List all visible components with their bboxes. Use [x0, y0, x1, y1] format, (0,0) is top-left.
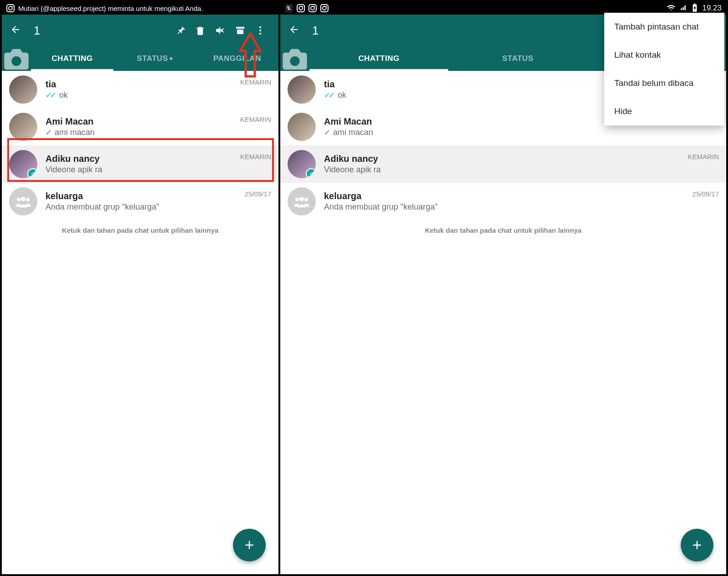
tab-status[interactable]: STATUS [448, 46, 587, 71]
svg-point-1 [259, 30, 261, 31]
camera-icon[interactable] [280, 44, 309, 73]
selection-count: 1 [34, 24, 40, 38]
chat-time: KEMARIN [688, 153, 719, 160]
bbm-icon [285, 4, 293, 12]
overflow-icon[interactable] [250, 25, 270, 36]
new-chat-fab[interactable] [233, 529, 266, 561]
wifi-icon [667, 4, 676, 13]
chat-row[interactable]: keluarga Anda membuat grup "keluarga" 25… [280, 183, 726, 220]
menu-mark-unread[interactable]: Tandai belum dibaca [604, 69, 724, 97]
selected-check-icon [306, 168, 316, 178]
menu-view-contact[interactable]: Lihat kontak [604, 41, 724, 69]
chat-row[interactable]: Adiku nancy Videone apik ra KEMARIN [2, 145, 278, 183]
menu-hide[interactable]: Hide [604, 97, 724, 125]
svg-rect-4 [288, 8, 290, 9]
svg-rect-7 [694, 4, 696, 5]
signal-icon [680, 4, 688, 13]
tab-status[interactable]: STATUS [113, 46, 196, 71]
tab-chatting[interactable]: CHATTING [309, 46, 448, 71]
read-ticks-icon: ✓✓ [46, 90, 55, 100]
back-icon[interactable] [10, 24, 21, 37]
selection-count: 1 [312, 24, 318, 38]
chat-message: ✓ami macan [46, 128, 232, 137]
avatar[interactable] [9, 113, 37, 141]
chat-time: KEMARIN [240, 153, 271, 160]
mute-icon[interactable] [210, 25, 230, 36]
clock-text: 19.23 [702, 4, 722, 13]
svg-point-0 [259, 26, 261, 28]
chat-list: tia ✓✓ok KEMARIN Ami Macan ✓ami macan KE… [280, 71, 726, 574]
avatar[interactable] [288, 150, 316, 178]
chat-name: Ami Macan [46, 116, 232, 127]
chat-message: ✓ami macan [324, 128, 680, 137]
battery-icon [692, 4, 698, 13]
instagram-icon [297, 4, 305, 12]
avatar[interactable] [9, 75, 37, 104]
tab-panggilan[interactable]: PANGGILAN [196, 46, 278, 71]
chat-name: keluarga [46, 191, 237, 201]
svg-rect-5 [288, 9, 291, 10]
archive-icon[interactable] [230, 25, 250, 36]
chat-time: KEMARIN [240, 115, 271, 123]
pin-icon[interactable] [170, 25, 190, 36]
left-screenshot: Mutiari (@appleseed.project) meminta unt… [2, 2, 280, 574]
chat-message: Anda membuat grup "keluarga" [324, 202, 684, 212]
tab-chatting[interactable]: CHATTING [31, 46, 113, 71]
group-avatar[interactable] [9, 187, 37, 215]
chat-row[interactable]: Ami Macan ✓ami macan KEMARIN [2, 108, 278, 145]
chat-message: Anda membuat grup "keluarga" [46, 202, 237, 212]
group-avatar[interactable] [288, 187, 316, 215]
chat-time: 25/09/17 [693, 190, 719, 198]
selected-check-icon [27, 168, 37, 178]
new-chat-fab[interactable] [681, 529, 713, 561]
delete-icon[interactable] [190, 25, 210, 36]
status-bar: Mutiari (@appleseed.project) meminta unt… [2, 2, 278, 15]
chat-message: ✓✓ok [46, 90, 232, 100]
overflow-menu: Tambah pintasan chat Lihat kontak Tandai… [604, 13, 724, 125]
hint-text: Ketuk dan tahan pada chat untuk pilihan … [2, 220, 278, 240]
tab-bar: CHATTING STATUS PANGGILAN [2, 46, 278, 71]
sent-tick-icon: ✓ [46, 128, 50, 137]
chat-row[interactable]: Adiku nancy Videone apik ra KEMARIN [280, 145, 726, 183]
svg-rect-3 [287, 6, 289, 7]
hint-text: Ketuk dan tahan pada chat untuk pilihan … [280, 220, 726, 240]
chat-name: tia [46, 79, 232, 90]
chat-name: keluarga [324, 191, 684, 201]
avatar[interactable] [9, 150, 37, 178]
chat-name: Adiku nancy [46, 154, 232, 164]
back-icon[interactable] [288, 24, 299, 37]
chat-time: 25/09/17 [245, 190, 271, 198]
chat-message: Videone apik ra [46, 165, 232, 175]
chat-name: Adiku nancy [324, 154, 680, 164]
instagram-icon [6, 4, 15, 12]
read-ticks-icon: ✓✓ [324, 90, 333, 100]
avatar[interactable] [288, 75, 316, 104]
chat-time: KEMARIN [240, 78, 271, 86]
right-screenshot: 19.23 1 CHATTING STATUS PANGGILAN tia ✓✓… [280, 2, 726, 574]
sent-tick-icon: ✓ [324, 128, 329, 137]
camera-icon[interactable] [2, 44, 31, 73]
notification-text: Mutiari (@appleseed.project) meminta unt… [18, 5, 203, 12]
menu-add-shortcut[interactable]: Tambah pintasan chat [604, 13, 724, 41]
svg-point-2 [259, 33, 261, 35]
chat-row[interactable]: keluarga Anda membuat grup "keluarga" 25… [2, 183, 278, 220]
selection-toolbar: 1 [2, 15, 278, 46]
chat-message: Videone apik ra [324, 165, 680, 175]
avatar[interactable] [288, 113, 316, 141]
chat-row[interactable]: tia ✓✓ok KEMARIN [2, 71, 278, 108]
chat-list: tia ✓✓ok KEMARIN Ami Macan ✓ami macan KE… [2, 71, 278, 574]
instagram-icon [320, 4, 329, 12]
instagram-icon [308, 4, 317, 12]
